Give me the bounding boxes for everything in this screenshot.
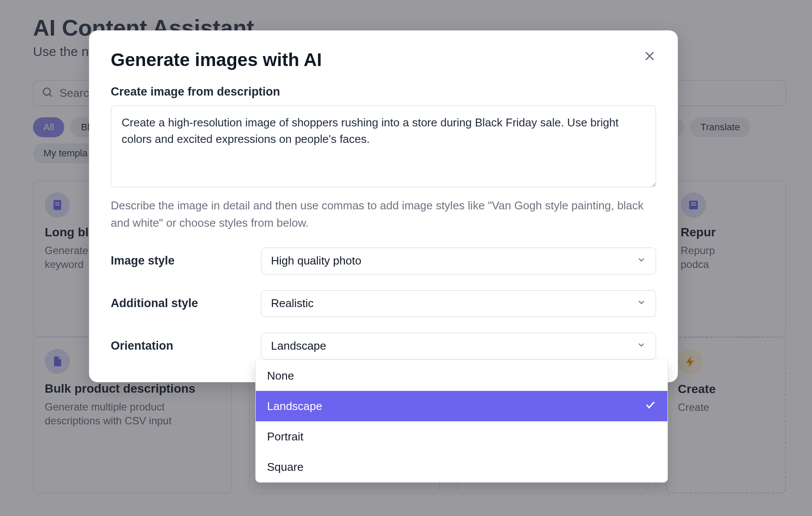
image-style-label: Image style <box>111 254 261 268</box>
additional-style-label: Additional style <box>111 297 261 310</box>
modal-title: Generate images with AI <box>111 50 322 70</box>
chevron-down-icon <box>637 339 646 353</box>
additional-style-row: Additional style Realistic <box>111 290 656 317</box>
option-label: Landscape <box>267 400 322 413</box>
image-style-select[interactable]: High quality photo <box>261 248 656 275</box>
description-textarea[interactable] <box>111 106 656 187</box>
chevron-down-icon <box>637 254 646 268</box>
option-label: Portrait <box>267 430 304 443</box>
description-helper: Describe the image in detail and then us… <box>111 197 656 232</box>
orientation-value: Landscape <box>271 339 326 353</box>
image-style-row: Image style High quality photo <box>111 248 656 275</box>
option-label: None <box>267 369 294 383</box>
orientation-option-portrait[interactable]: Portrait <box>256 421 667 452</box>
orientation-label: Orientation <box>111 339 261 353</box>
check-icon <box>645 399 656 413</box>
modal-header: Generate images with AI <box>111 50 656 70</box>
additional-style-value: Realistic <box>271 297 314 310</box>
image-style-value: High quality photo <box>271 254 361 268</box>
close-button[interactable] <box>643 50 656 64</box>
close-icon <box>643 56 656 64</box>
orientation-option-landscape[interactable]: Landscape <box>256 391 667 421</box>
orientation-option-none[interactable]: None <box>256 361 667 391</box>
orientation-option-square[interactable]: Square <box>256 452 667 482</box>
description-label: Create image from description <box>111 85 656 99</box>
generate-image-modal: Generate images with AI Create image fro… <box>89 30 678 382</box>
additional-style-select[interactable]: Realistic <box>261 290 656 317</box>
option-label: Square <box>267 460 304 474</box>
orientation-select[interactable]: Landscape <box>261 333 656 360</box>
chevron-down-icon <box>637 297 646 310</box>
orientation-row: Orientation Landscape <box>111 333 656 360</box>
orientation-dropdown: None Landscape Portrait Square <box>255 361 668 483</box>
